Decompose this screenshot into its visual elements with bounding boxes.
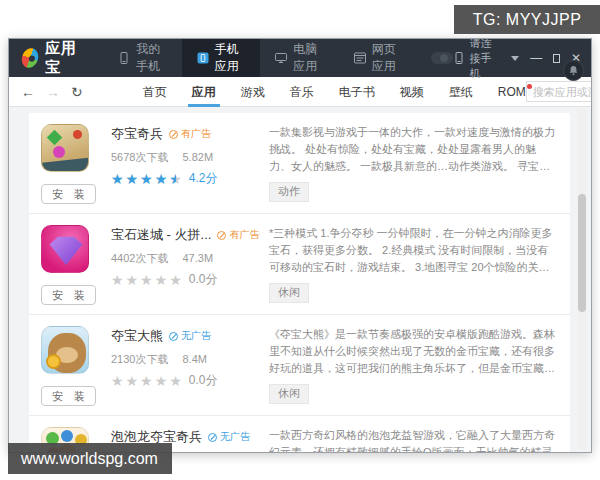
app-desc-col: 《夺宝大熊》是一款节奏感极强的安卓横版跑酷游戏。森林里不知道从什么时候突然出现了… bbox=[269, 326, 558, 406]
tab-web-apps[interactable]: 网页应用 bbox=[339, 39, 418, 77]
scrollbar-track[interactable] bbox=[578, 109, 586, 450]
app-description: 一款西方奇幻风格的泡泡龙益智游戏，它融入了大量西方奇幻元素，还拥有精致细腻的手绘… bbox=[269, 427, 558, 452]
app-stats: 2130次下载8.4M bbox=[111, 352, 257, 367]
forward-button[interactable]: → bbox=[46, 85, 60, 99]
star-rating: ★★★★★★★★★★ bbox=[111, 273, 184, 287]
tab-music[interactable]: 音乐 bbox=[290, 77, 314, 107]
app-icon[interactable] bbox=[41, 124, 89, 172]
phone-icon bbox=[118, 52, 130, 64]
watermark-top-text: TG: MYYJJPP bbox=[473, 11, 582, 29]
category-tag[interactable]: 动作 bbox=[269, 182, 309, 202]
tab-mobile-apps[interactable]: 手机应用 bbox=[182, 39, 261, 77]
app-name[interactable]: 宝石迷城 - 火拼... bbox=[111, 226, 211, 244]
app-store-window: 应用宝 我的手机 手机应用 电脑应用 网页应用 bbox=[8, 38, 592, 453]
maximize-button[interactable] bbox=[553, 54, 560, 63]
tab-games[interactable]: 游戏 bbox=[241, 77, 265, 107]
watermark-bottom: www.worldspg.com bbox=[8, 443, 172, 474]
rating-row: ★★★★★★★★★★ 0.0分 bbox=[111, 271, 257, 288]
star-rating: ★★★★★★★★★★ bbox=[111, 374, 184, 388]
tab-ebooks[interactable]: 电子书 bbox=[339, 77, 375, 107]
app-list: 安 装 夺宝奇兵 有广告 5678次下载5.82M ★★★★★★★★★★ 4.2… bbox=[9, 107, 591, 452]
tab-apps[interactable]: 应用 bbox=[192, 77, 216, 107]
tab-home[interactable]: 首页 bbox=[143, 77, 167, 107]
watermark-bottom-text: www.worldspg.com bbox=[21, 450, 158, 468]
tab-pc-apps[interactable]: 电脑应用 bbox=[260, 39, 339, 77]
ad-badge-icon bbox=[169, 332, 178, 341]
watermark-top: TG: MYYJJPP bbox=[454, 5, 600, 34]
app-name[interactable]: 夺宝大熊 bbox=[111, 327, 163, 345]
app-info-col: 夺宝大熊 无广告 2130次下载8.4M ★★★★★★★★★★ 0.0分 bbox=[111, 326, 257, 406]
tab-my-phone[interactable]: 我的手机 bbox=[103, 39, 182, 77]
bell-icon bbox=[568, 65, 579, 76]
app-logo: 应用宝 bbox=[9, 39, 83, 77]
back-button[interactable]: ← bbox=[21, 85, 35, 99]
app-icon[interactable] bbox=[41, 326, 89, 374]
ad-badge-icon bbox=[169, 130, 178, 139]
tab-wallpaper[interactable]: 壁纸 bbox=[449, 77, 473, 107]
titlebar: 应用宝 我的手机 手机应用 电脑应用 网页应用 bbox=[9, 39, 591, 77]
install-button[interactable]: 安 装 bbox=[41, 285, 96, 305]
rating-row: ★★★★★★★★★★ 4.2分 bbox=[111, 170, 257, 187]
app-description: 一款集影视与游戏于一体的大作，一款对速度与激情的极力挑战。 处处有惊险，处处有宝… bbox=[269, 124, 558, 175]
menu-dropdown-icon[interactable] bbox=[511, 56, 519, 61]
monitor-icon bbox=[275, 52, 287, 64]
app-left-col: 安 装 bbox=[41, 326, 103, 406]
app-row-duobaoqibing: 安 装 夺宝奇兵 有广告 5678次下载5.82M ★★★★★★★★★★ 4.2… bbox=[29, 113, 570, 214]
app-size: 5.82M bbox=[182, 151, 213, 163]
install-button[interactable]: 安 装 bbox=[41, 386, 96, 406]
download-count: 5678次下载 bbox=[111, 151, 168, 163]
tab-mobile-apps-label: 手机应用 bbox=[215, 41, 246, 75]
scrollbar-thumb[interactable] bbox=[578, 194, 586, 312]
ad-badge: 无广告 bbox=[169, 329, 211, 343]
navbar: ← → ↻ 首页 应用 游戏 音乐 电子书 视频 壁纸 ROM 找应用 bbox=[9, 77, 591, 107]
app-stats: 4402次下载47.3M bbox=[111, 251, 257, 266]
app-stats: 5678次下载5.82M bbox=[111, 150, 257, 165]
app-size: 47.3M bbox=[182, 252, 213, 264]
app-row-baoshimicheng: 安 装 宝石迷城 - 火拼... 有广告 4402次下载47.3M ★★★★★★… bbox=[29, 214, 570, 315]
notification-bell-button[interactable] bbox=[563, 60, 584, 81]
app-description: 《夺宝大熊》是一款节奏感极强的安卓横版跑酷游戏。森林里不知道从什么时候突然出现了… bbox=[269, 326, 558, 377]
app-info-col: 宝石迷城 - 火拼... 有广告 4402次下载47.3M ★★★★★★★★★★… bbox=[111, 225, 257, 305]
connect-phone-icon bbox=[453, 52, 465, 64]
tab-web-apps-label: 网页应用 bbox=[372, 41, 403, 75]
tab-pc-apps-label: 电脑应用 bbox=[293, 41, 324, 75]
download-count: 4402次下载 bbox=[111, 252, 168, 264]
ad-badge: 无广告 bbox=[208, 430, 250, 444]
app-description: *三种模式 1.争分夺秒 一分钟限时，在一分钟之内消除更多宝石，获得更多分数。 … bbox=[269, 225, 558, 276]
promo-pill-icon[interactable] bbox=[431, 52, 452, 64]
refresh-button[interactable]: ↻ bbox=[71, 85, 83, 99]
app-name[interactable]: 夺宝奇兵 bbox=[111, 125, 163, 143]
app-info-col: 夺宝奇兵 有广告 5678次下载5.82M ★★★★★★★★★★ 4.2分 bbox=[111, 124, 257, 204]
app-logo-text: 应用宝 bbox=[45, 39, 83, 77]
ad-badge-icon bbox=[217, 231, 226, 240]
rating-row: ★★★★★★★★★★ 0.0分 bbox=[111, 372, 257, 389]
tab-rom[interactable]: ROM bbox=[498, 77, 526, 107]
rating-score: 0.0分 bbox=[189, 372, 218, 389]
tab-video[interactable]: 视频 bbox=[400, 77, 424, 107]
ad-badge: 有广告 bbox=[217, 228, 259, 242]
ad-badge-icon bbox=[208, 433, 217, 442]
screenshot-stage: TG: MYYJJPP 应用宝 我的手机 手机应用 电脑应用 bbox=[0, 0, 600, 480]
app-desc-col: *三种模式 1.争分夺秒 一分钟限时，在一分钟之内消除更多宝石，获得更多分数。 … bbox=[269, 225, 558, 305]
rating-score: 0.0分 bbox=[189, 271, 218, 288]
tab-my-phone-label: 我的手机 bbox=[136, 41, 167, 75]
app-left-col: 安 装 bbox=[41, 225, 103, 305]
connect-phone-status[interactable]: 请连接手机 bbox=[453, 38, 501, 81]
minimize-button[interactable]: — bbox=[530, 52, 542, 64]
install-button[interactable]: 安 装 bbox=[41, 184, 96, 204]
search-input[interactable] bbox=[526, 81, 592, 102]
app-icon[interactable] bbox=[41, 225, 89, 273]
category-tag[interactable]: 休闲 bbox=[269, 384, 309, 404]
download-count: 2130次下载 bbox=[111, 353, 168, 365]
app-desc-col: 一款集影视与游戏于一体的大作，一款对速度与激情的极力挑战。 处处有惊险，处处有宝… bbox=[269, 124, 558, 204]
webpage-icon bbox=[354, 52, 366, 64]
app-size: 8.4M bbox=[182, 353, 206, 365]
star-rating: ★★★★★★★★★★ bbox=[111, 172, 184, 186]
app-row-duobaodaxiong: 安 装 夺宝大熊 无广告 2130次下载8.4M ★★★★★★★★★★ 0.0分 bbox=[29, 315, 570, 416]
search-area: 找应用 bbox=[526, 80, 592, 103]
pinwheel-logo-icon bbox=[19, 46, 41, 70]
rating-score: 4.2分 bbox=[189, 170, 218, 187]
app-left-col: 安 装 bbox=[41, 124, 103, 204]
ad-badge: 有广告 bbox=[169, 127, 211, 141]
category-tag[interactable]: 休闲 bbox=[269, 283, 309, 303]
